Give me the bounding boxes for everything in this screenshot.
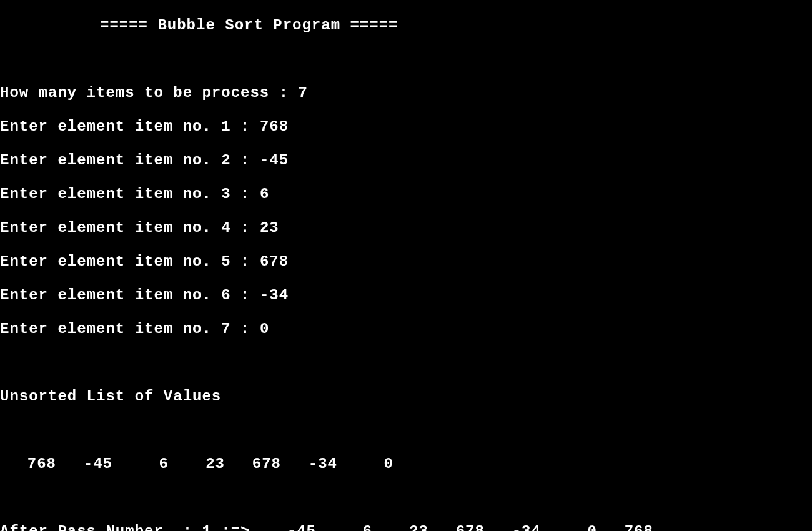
input-line: Enter element item no. 6 : -34: [0, 287, 812, 304]
input-line: Enter element item no. 7 : 0: [0, 320, 812, 337]
console-output: ===== Bubble Sort Program ===== How many…: [0, 0, 812, 531]
input-line: Enter element item no. 2 : -45: [0, 152, 812, 169]
unsorted-label: Unsorted List of Values: [0, 388, 812, 405]
program-title: ===== Bubble Sort Program =====: [100, 17, 812, 34]
input-line: Enter element item no. 5 : 678: [0, 253, 812, 270]
count-prompt-line: How many items to be process : 7: [0, 84, 812, 101]
input-line: Enter element item no. 1 : 768: [0, 118, 812, 135]
input-line: Enter element item no. 4 : 23: [0, 219, 812, 236]
unsorted-values: 768-45623678-340: [0, 455, 812, 472]
pass-line: After Pass Number : 1 :=> -45623678-3407…: [0, 523, 812, 531]
count-prompt: How many items to be process :: [0, 84, 298, 101]
input-line: Enter element item no. 3 : 6: [0, 186, 812, 202]
count-value: 7: [298, 84, 307, 101]
